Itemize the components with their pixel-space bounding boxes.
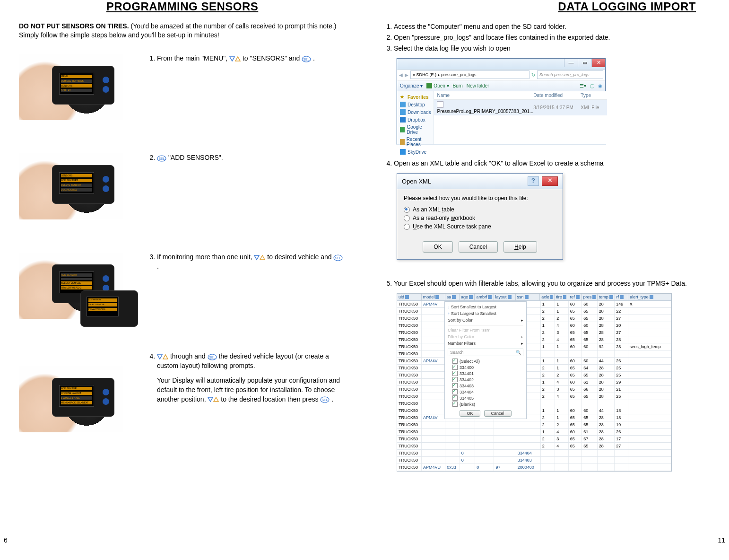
burn-button[interactable]: Burn xyxy=(453,83,463,88)
radio-source-pane[interactable]: Use the XML Source task pane xyxy=(404,222,556,231)
table-row[interactable]: TRUCK502165642825 xyxy=(397,365,671,372)
page-number-left: 6 xyxy=(4,536,8,544)
filter-ok-button[interactable]: OK xyxy=(460,410,480,417)
nav-downloads[interactable]: Downloads xyxy=(400,108,431,116)
device-photo-2: SENSORS ADD SENSORS DELETE SENSOR DIAGNO… xyxy=(19,153,123,219)
col-temp[interactable]: temp xyxy=(598,294,615,300)
table-row[interactable]: TRUCK502365672817 xyxy=(397,436,671,443)
top-steps-list: Access the "Computer" menu and open the … xyxy=(383,22,710,53)
table-row[interactable]: TRUCK50APM4V11606028149X xyxy=(397,301,671,308)
table-row[interactable]: TRUCK502165652822 xyxy=(397,308,671,315)
close-button[interactable]: ✕ xyxy=(591,59,605,67)
dialog-close-button[interactable]: ✕ xyxy=(542,176,558,186)
filter-checkbox-item[interactable]: (Blanks) xyxy=(452,401,523,407)
radio-xml-table[interactable]: As an XML table xyxy=(404,205,556,214)
dialog-help-button[interactable]: ? xyxy=(528,176,539,186)
search-input[interactable]: Search pressure_pro_logs xyxy=(537,70,603,79)
col-model[interactable]: model xyxy=(422,294,445,300)
table-row[interactable]: TRUCK501160609228sens_high_temp xyxy=(397,343,671,350)
filter-checkbox-item[interactable]: 334403 xyxy=(452,383,523,389)
filter-dropdown-icon[interactable] xyxy=(405,295,409,299)
nav-fwd-icon[interactable]: ▶ xyxy=(405,72,408,78)
checkbox-icon xyxy=(452,371,458,376)
col-uid[interactable]: uid xyxy=(397,294,422,300)
top-step-2: Open "pressure_pro_logs" and locate file… xyxy=(394,33,710,43)
table-row[interactable]: TRUCK50 xyxy=(397,400,671,407)
nav-back-icon[interactable]: ◀ xyxy=(399,72,403,78)
table-row[interactable]: TRUCK502465652825 xyxy=(397,393,671,400)
table-row[interactable]: TRUCK50 xyxy=(397,350,671,358)
maximize-button[interactable]: ▭ xyxy=(578,59,591,67)
filter-checkbox-item[interactable]: 334405 xyxy=(452,395,523,401)
arrows-icon xyxy=(208,395,219,404)
new-folder-button[interactable]: New folder xyxy=(467,83,489,88)
nav-skydrive[interactable]: SkyDrive xyxy=(400,148,431,156)
table-row[interactable]: TRUCK500334403 xyxy=(397,457,671,464)
table-row[interactable]: TRUCK501460612826 xyxy=(397,429,671,436)
radio-readonly[interactable]: As a read-only workbook xyxy=(404,214,556,222)
help-icon[interactable]: ◉ xyxy=(598,83,602,88)
table-row[interactable]: TRUCK50APM4V1160604426 xyxy=(397,358,671,365)
address-bar[interactable]: « SDHC (E:) ▸ pressure_pro_logs xyxy=(410,70,529,79)
col-tire[interactable]: tire xyxy=(555,294,568,300)
organize-button[interactable]: Organize ▾ xyxy=(400,83,423,88)
filter-checkbox-item[interactable]: 334401 xyxy=(452,370,523,376)
col-layout[interactable]: layout xyxy=(494,294,516,300)
file-row[interactable]: PressureProLog_PRIMARY_00057383_201... 3… xyxy=(434,100,607,115)
table-row[interactable]: TRUCK502265652819 xyxy=(397,421,671,429)
refresh-icon[interactable]: ↻ xyxy=(531,72,535,78)
svg-text:SEL: SEL xyxy=(303,58,309,61)
sort-color[interactable]: Sort by Color ▸ xyxy=(448,317,523,324)
checkbox-icon xyxy=(452,377,458,382)
col-header-name[interactable]: Name xyxy=(437,93,533,98)
col-alert[interactable]: alert_type xyxy=(628,294,671,300)
filter-checkbox-item[interactable]: 334402 xyxy=(452,376,523,383)
table-row[interactable]: TRUCK502365652827 xyxy=(397,329,671,336)
sort-asc[interactable]: ↓ Sort Smallest to Largest xyxy=(448,304,523,310)
help-button[interactable]: Help xyxy=(503,241,537,253)
col-sa[interactable]: sa xyxy=(445,294,460,300)
table-row[interactable]: TRUCK501160604418 xyxy=(397,407,671,414)
preview-icon[interactable]: ▢ xyxy=(590,83,594,88)
filter-checkbox-item[interactable]: (Select All) xyxy=(452,358,523,364)
col-header-type[interactable]: Type xyxy=(581,93,604,98)
col-header-date[interactable]: Date modified xyxy=(533,93,581,98)
cancel-button[interactable]: Cancel xyxy=(459,241,498,253)
minimize-button[interactable]: — xyxy=(564,59,578,67)
col-rf[interactable]: rf xyxy=(615,294,628,300)
col-ref[interactable]: ref xyxy=(568,294,581,300)
clear-filter: Clear Filter From "ssn" xyxy=(448,327,523,333)
ok-button[interactable]: OK xyxy=(423,241,452,253)
table-row[interactable]: TRUCK501460602820 xyxy=(397,322,671,329)
table-row[interactable]: TRUCK502465652827 xyxy=(397,443,671,450)
sort-desc[interactable]: ↑ Sort Largest to Smallest xyxy=(448,310,523,317)
view-icon[interactable]: ☰▾ xyxy=(580,83,586,88)
table-row[interactable]: TRUCK50APM4VU0x330972000400 xyxy=(397,464,671,471)
nav-dropbox[interactable]: Dropbox xyxy=(400,116,431,123)
table-row[interactable]: TRUCK502465652828 xyxy=(397,336,671,343)
col-age[interactable]: age xyxy=(460,294,475,300)
nav-recent[interactable]: Recent Places xyxy=(400,136,431,148)
col-axle[interactable]: axle xyxy=(540,294,555,300)
dialog-prompt: Please select how you would like to open… xyxy=(404,195,556,201)
nav-desktop[interactable]: Desktop xyxy=(400,101,431,108)
table-row[interactable]: TRUCK501460612829 xyxy=(397,379,671,386)
open-dropdown[interactable]: Open ▾ xyxy=(426,83,449,88)
table-row[interactable]: TRUCK502265652825 xyxy=(397,372,671,379)
filter-checkbox-item[interactable]: 334404 xyxy=(452,389,523,395)
heading-data-logging: DATA LOGGING IMPORT xyxy=(383,0,710,13)
right-page: DATA LOGGING IMPORT Access the "Computer… xyxy=(364,0,729,546)
nav-googledrive[interactable]: Google Drive xyxy=(400,123,431,136)
svg-text:SEL: SEL xyxy=(322,398,328,402)
table-row[interactable]: TRUCK502365662821 xyxy=(397,386,671,393)
col-ambrf[interactable]: ambrf xyxy=(475,294,494,300)
number-filters[interactable]: Number Filters ▸ xyxy=(448,340,523,347)
col-pres[interactable]: pres xyxy=(582,294,598,300)
filter-search[interactable]: Search🔍 xyxy=(448,349,523,356)
table-row[interactable]: TRUCK50APM4V2165652818 xyxy=(397,414,671,421)
filter-checkbox-item[interactable]: 334400 xyxy=(452,364,523,370)
filter-cancel-button[interactable]: Cancel xyxy=(484,410,512,417)
col-ssn[interactable]: ssn xyxy=(516,294,540,300)
table-row[interactable]: TRUCK500334404 xyxy=(397,450,671,457)
table-row[interactable]: TRUCK502265652827 xyxy=(397,315,671,322)
